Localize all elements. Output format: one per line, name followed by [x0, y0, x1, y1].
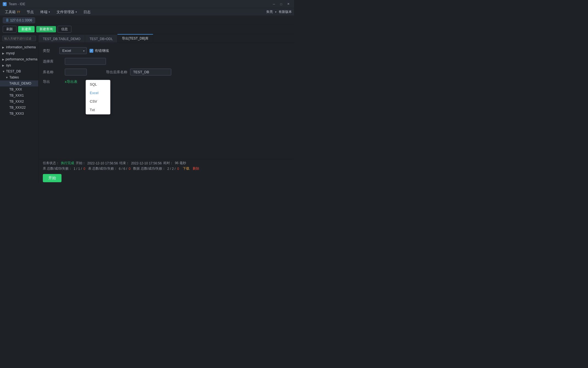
end-label: 结束：: [119, 161, 129, 165]
menu-right: 朱亮 ▾ 有新版本: [266, 10, 292, 14]
sidebar-item-label: performance_schema: [5, 57, 37, 61]
export-db-name-input[interactable]: [130, 69, 171, 75]
content-area: TEST_DB.TABLE_DEMO TEST_DB>DDL 导出[TEST_D…: [38, 34, 294, 184]
sidebar-item-label: TB_XXX3: [9, 112, 24, 116]
tab-label: TEST_DB.TABLE_DEMO: [43, 37, 80, 41]
connection-host: 127.0.0.1:3306: [10, 18, 32, 22]
export-db-name-label: 导出后库名称: [106, 70, 127, 75]
sidebar-item-label: TB_XXX: [9, 88, 22, 91]
elapsed-label: 耗时：: [163, 161, 173, 165]
dropdown-item-txt[interactable]: Txt: [86, 106, 110, 114]
checkbox-row: ✓ 有错继续: [89, 48, 109, 53]
collapse-arrow-icon: ▶: [2, 52, 5, 55]
select-db-row: 选择库: [43, 58, 290, 65]
dropdown-item-sql[interactable]: SQL: [86, 80, 110, 89]
db-success: 1 / 1 /: [74, 167, 82, 171]
export-row: 导出 x导出表: [43, 79, 290, 84]
download-link[interactable]: 下载: [183, 166, 189, 171]
elapsed-value: 96 毫秒: [175, 161, 186, 165]
sidebar-item-mysql[interactable]: ▶ mysql: [0, 50, 38, 56]
sidebar-item-table-demo[interactable]: TABLE_DEMO: [0, 80, 38, 86]
start-button[interactable]: 开始: [43, 174, 61, 182]
dropdown-item-csv[interactable]: CSV: [86, 97, 110, 106]
close-button[interactable]: ✕: [285, 1, 291, 7]
end-value: 2022-12-10 17:56:56: [131, 161, 161, 165]
sidebar-item-sys[interactable]: ▶ sys: [0, 62, 38, 68]
status-bar: 任务状态： 执行完成 开始： 2022-12-10 17:56:56 结束： 2…: [38, 159, 294, 184]
collapse-arrow-icon: ▶: [2, 46, 5, 49]
collapse-arrow-icon: ▶: [2, 64, 5, 67]
maximize-button[interactable]: □: [278, 1, 284, 7]
table-stats-label: 表 总数/成功/失败：: [88, 166, 117, 171]
expand-arrow-icon: ▼: [2, 70, 5, 73]
sidebar-item-tb-xxx[interactable]: TB_XXX: [0, 86, 38, 92]
titlebar-left: T Team - IDE: [3, 2, 25, 6]
new-version-badge[interactable]: 有新版本: [279, 10, 292, 14]
menu-toolbox[interactable]: 工具箱 77: [2, 9, 23, 15]
minimize-button[interactable]: ─: [271, 1, 277, 7]
continue-on-error-checkbox[interactable]: ✓: [89, 49, 93, 53]
tab-export[interactable]: 导出[TEST_DB]库: [117, 34, 153, 43]
type-select[interactable]: SQL Excel CSV Txt: [59, 47, 87, 54]
menu-nodes[interactable]: 节点: [24, 9, 37, 15]
sidebar-item-tb-xxx2[interactable]: TB_XXX2: [0, 99, 38, 105]
main-layout: ▶ information_schema ▶ mysql ▶ performan…: [0, 34, 294, 184]
db-name-row: 库名称 导出后库名称: [43, 69, 290, 75]
db-name-input[interactable]: [65, 69, 87, 75]
status-line-2: 库 总数/成功/失败： 1 / 1 / 0 表 总数/成功/失败： 6 / 6 …: [43, 166, 290, 171]
tab-label: 导出[TEST_DB]库: [122, 36, 149, 40]
delete-link[interactable]: 删除: [193, 166, 199, 171]
menu-file-manager[interactable]: 文件管理器 ▾: [54, 9, 80, 15]
sidebar-item-tb-xxx22[interactable]: TB_XXX22: [0, 105, 38, 111]
user-arrow-icon: ▾: [275, 10, 276, 13]
tab-ddl[interactable]: TEST_DB>DDL: [85, 35, 117, 43]
sidebar-item-label: TB_XXX2: [9, 100, 24, 103]
sidebar: ▶ information_schema ▶ mysql ▶ performan…: [0, 34, 38, 184]
type-dropdown-menu: SQL Excel CSV Txt: [86, 80, 110, 114]
export-label: 导出: [43, 79, 62, 84]
dropdown-item-excel[interactable]: Excel: [86, 89, 110, 97]
new-query-button[interactable]: 新建查询: [36, 26, 56, 32]
db-icon: 🗄: [6, 19, 9, 22]
search-input[interactable]: [2, 36, 36, 41]
sidebar-item-label: information_schema: [6, 45, 36, 49]
db-name-label: 库名称: [43, 70, 62, 75]
type-row: 类型 SQL Excel CSV Txt ▾ ✓ 有错继续: [43, 47, 290, 54]
sidebar-item-tb-xxx3[interactable]: TB_XXX3: [0, 111, 38, 117]
app-title: Team - IDE: [9, 2, 25, 6]
file-manager-arrow-icon: ▾: [75, 10, 77, 13]
tabs-bar: TEST_DB.TABLE_DEMO TEST_DB>DDL 导出[TEST_D…: [38, 34, 294, 43]
tab-table-demo[interactable]: TEST_DB.TABLE_DEMO: [38, 35, 85, 43]
select-db-label: 选择库: [43, 59, 62, 64]
user-name: 朱亮: [266, 10, 273, 14]
status-line-1: 任务状态： 执行完成 开始： 2022-12-10 17:56:56 结束： 2…: [43, 161, 290, 165]
sidebar-search: [0, 34, 38, 43]
sidebar-item-testdb[interactable]: ▼ TEST_DB: [0, 68, 38, 74]
connection-badge[interactable]: 🗄 127.0.0.1:3306: [3, 17, 35, 23]
start-value: 2022-12-10 17:56:56: [87, 161, 118, 165]
new-db-button[interactable]: 新建库: [18, 26, 35, 32]
data-fail: 0: [177, 167, 179, 171]
menu-log[interactable]: 日志: [81, 9, 93, 15]
info-button[interactable]: 信息: [58, 26, 71, 33]
sidebar-item-label: TB_XXX1: [9, 94, 24, 97]
connection-bar: 🗄 127.0.0.1:3306: [0, 16, 294, 25]
sidebar-item-tb-xxx1[interactable]: TB_XXX1: [0, 92, 38, 99]
sidebar-item-performance-schema[interactable]: ▶ performance_schema: [0, 56, 38, 62]
sidebar-item-tables[interactable]: ▼ Tables: [0, 74, 38, 80]
menu-terminal[interactable]: 终端 ▾: [38, 9, 53, 15]
db-fail: 0: [83, 167, 85, 171]
select-db-input[interactable]: [65, 58, 106, 65]
export-table-link[interactable]: x导出表: [65, 79, 77, 84]
sidebar-item-label: TB_XXX22: [9, 106, 26, 109]
task-label: 任务状态：: [43, 161, 59, 165]
titlebar: T Team - IDE ─ □ ✕: [0, 0, 294, 8]
refresh-button[interactable]: 刷新: [3, 26, 16, 33]
titlebar-controls: ─ □ ✕: [271, 1, 291, 7]
table-fail: 0: [129, 167, 131, 171]
checkbox-label: 有错继续: [95, 48, 109, 53]
sidebar-item-label: sys: [6, 63, 11, 67]
sidebar-item-information-schema[interactable]: ▶ information_schema: [0, 44, 38, 50]
terminal-arrow-icon: ▾: [49, 10, 50, 13]
table-success: 6 / 6 /: [119, 167, 127, 171]
